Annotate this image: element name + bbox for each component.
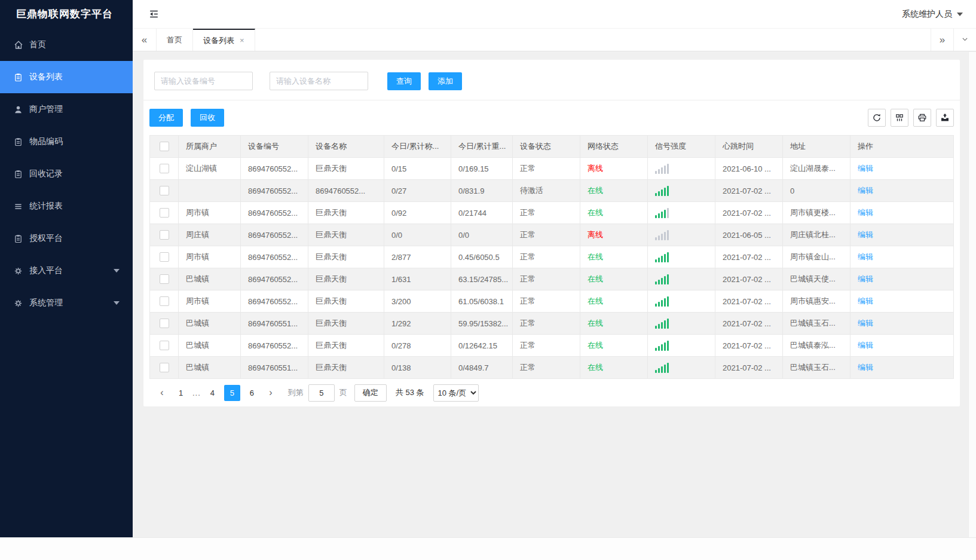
signal-strength-icon xyxy=(655,340,708,351)
cell-device-name: 巨鼎天衡 xyxy=(308,224,384,246)
sidebar-item-系统管理[interactable]: 系统管理 xyxy=(0,287,133,319)
refresh-button[interactable] xyxy=(868,109,886,127)
columns-button[interactable] xyxy=(891,109,908,127)
cell-address: 0 xyxy=(783,180,850,202)
row-checkbox[interactable] xyxy=(160,274,169,284)
close-icon[interactable]: × xyxy=(240,36,244,44)
cell-address: 巴城镇天使... xyxy=(783,268,850,290)
sidebar-item-商户管理[interactable]: 商户管理 xyxy=(0,93,133,126)
cell-today-weight: 59.95/15382... xyxy=(451,313,513,335)
cell-signal xyxy=(648,202,715,224)
signal-strength-icon xyxy=(655,163,708,174)
table-row: 淀山湖镇8694760552...巨鼎天衡0/150/169.15正常离线202… xyxy=(150,158,954,180)
cell-signal xyxy=(648,290,715,313)
device-name-input[interactable] xyxy=(270,72,368,90)
sidebar-item-设备列表[interactable]: 设备列表 xyxy=(0,61,133,93)
edit-link[interactable]: 编辑 xyxy=(858,208,873,217)
recycle-record-icon xyxy=(13,169,23,179)
row-checkbox[interactable] xyxy=(160,363,169,372)
row-checkbox[interactable] xyxy=(160,252,169,262)
goto-page-input[interactable] xyxy=(308,384,335,402)
table-tool-icons xyxy=(868,109,954,127)
cell-device-no: 8694760552... xyxy=(241,202,308,224)
tabs-scroll-left[interactable]: « xyxy=(133,29,157,51)
add-button[interactable]: 添加 xyxy=(429,72,462,90)
column-header: 信号强度 xyxy=(648,136,715,158)
query-button[interactable]: 查询 xyxy=(387,72,421,90)
edit-link[interactable]: 编辑 xyxy=(858,230,873,239)
row-checkbox[interactable] xyxy=(160,230,169,240)
page-button-1[interactable]: 1 xyxy=(173,385,189,401)
cell-device-no: 8694760551... xyxy=(241,313,308,335)
assign-button[interactable]: 分配 xyxy=(149,109,183,127)
print-icon xyxy=(917,113,927,123)
cell-today-count: 0/27 xyxy=(384,180,451,202)
export-button[interactable] xyxy=(936,109,954,127)
edit-link[interactable]: 编辑 xyxy=(858,252,873,261)
row-checkbox[interactable] xyxy=(160,296,169,306)
table-row: 巴城镇8694760551...巨鼎天衡0/1380/4849.7正常在线202… xyxy=(150,357,954,379)
cell-merchant: 周市镇 xyxy=(179,202,241,224)
page-ellipsis: ... xyxy=(192,388,201,397)
page-button-6[interactable]: 6 xyxy=(244,385,260,401)
prev-page-button[interactable]: ‹ xyxy=(154,385,170,400)
column-header: 地址 xyxy=(783,136,850,158)
signal-strength-icon xyxy=(655,185,708,196)
cell-device-name: 巨鼎天衡 xyxy=(308,158,384,180)
horizontal-scrollbar[interactable] xyxy=(0,537,976,560)
sidebar-item-物品编码[interactable]: 物品编码 xyxy=(0,126,133,158)
confirm-button[interactable]: 确定 xyxy=(354,384,387,402)
edit-link[interactable]: 编辑 xyxy=(858,186,873,195)
select-all-checkbox[interactable] xyxy=(160,142,169,151)
row-checkbox[interactable] xyxy=(160,208,169,218)
sidebar-item-接入平台[interactable]: 接入平台 xyxy=(0,255,133,287)
tabs-menu-button[interactable] xyxy=(953,29,976,51)
cell-merchant: 巴城镇 xyxy=(179,313,241,335)
cell-device-name: 巨鼎天衡 xyxy=(308,357,384,379)
sidebar-item-授权平台[interactable]: 授权平台 xyxy=(0,222,133,255)
cell-action: 编辑 xyxy=(850,357,954,379)
signal-strength-icon xyxy=(655,229,708,240)
sidebar-item-label: 商户管理 xyxy=(29,104,63,115)
cell-action: 编辑 xyxy=(850,202,954,224)
row-checkbox[interactable] xyxy=(160,164,169,173)
edit-link[interactable]: 编辑 xyxy=(858,296,873,305)
table-row: 8694760552...8694760552...0/270/831.9待激活… xyxy=(150,180,954,202)
cell-device-name: 巨鼎天衡 xyxy=(308,335,384,357)
edit-link[interactable]: 编辑 xyxy=(858,319,873,328)
page-button-5[interactable]: 5 xyxy=(224,385,240,401)
sidebar-toggle-icon[interactable] xyxy=(148,8,160,20)
cell-device-status: 正常 xyxy=(513,357,580,379)
edit-link[interactable]: 编辑 xyxy=(858,341,873,350)
cell-device-name: 巨鼎天衡 xyxy=(308,246,384,268)
sidebar-item-回收记录[interactable]: 回收记录 xyxy=(0,158,133,190)
vertical-scrollbar[interactable] xyxy=(968,52,976,537)
edit-link[interactable]: 编辑 xyxy=(858,363,873,372)
cell-heartbeat: 2021-07-02 ... xyxy=(715,180,783,202)
tab-首页[interactable]: 首页 xyxy=(157,29,193,51)
cell-action: 编辑 xyxy=(850,290,954,313)
page-button-4[interactable]: 4 xyxy=(204,385,221,401)
tab-设备列表[interactable]: 设备列表× xyxy=(193,29,255,51)
sidebar-item-label: 物品编码 xyxy=(29,136,63,147)
cell-action: 编辑 xyxy=(850,335,954,357)
next-page-button[interactable]: › xyxy=(263,385,279,400)
cell-device-no: 8694760552... xyxy=(241,335,308,357)
edit-link[interactable]: 编辑 xyxy=(858,274,873,283)
row-checkbox[interactable] xyxy=(160,186,169,195)
row-checkbox[interactable] xyxy=(160,341,169,350)
page-size-select[interactable]: 10 条/页 xyxy=(433,384,479,402)
print-button[interactable] xyxy=(913,109,931,127)
sidebar-item-统计报表[interactable]: 统计报表 xyxy=(0,190,133,222)
sidebar-item-首页[interactable]: 首页 xyxy=(0,29,133,61)
edit-link[interactable]: 编辑 xyxy=(858,164,873,173)
chevron-down-icon xyxy=(114,301,120,305)
cell-merchant: 周庄镇 xyxy=(179,224,241,246)
tabs-scroll-right[interactable]: » xyxy=(931,29,953,51)
cell-today-count: 0/92 xyxy=(384,202,451,224)
columns-icon xyxy=(895,113,904,123)
row-checkbox[interactable] xyxy=(160,319,169,328)
recycle-button[interactable]: 回收 xyxy=(191,109,224,127)
user-menu[interactable]: 系统维护人员 xyxy=(902,9,963,20)
device-no-input[interactable] xyxy=(154,72,253,90)
